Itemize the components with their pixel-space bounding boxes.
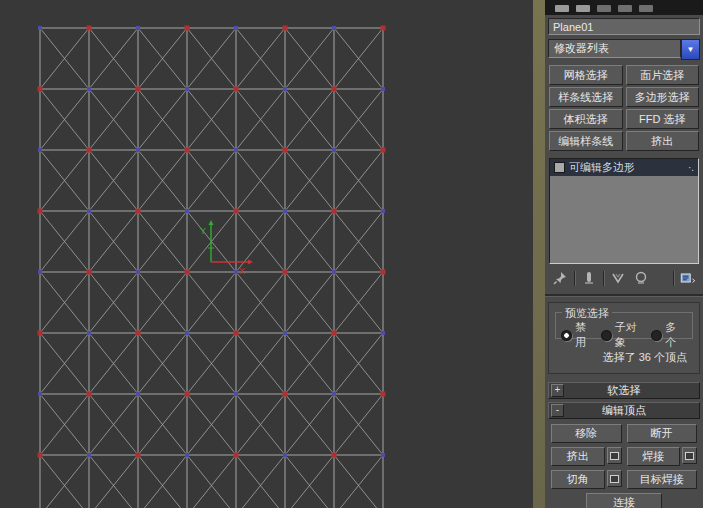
toolbar-divider [574,271,575,286]
extrude-modifier-button[interactable]: 挤出 [626,131,700,151]
configure-modifier-sets-icon[interactable] [679,270,697,286]
spline-select-button[interactable]: 样条线选择 [549,87,623,107]
extrude-button[interactable]: 挤出 [551,447,605,466]
radio-dot-icon[interactable] [651,330,662,341]
stack-item-label: 可编辑多边形 [569,160,635,175]
modifier-button-grid: 网格选择 面片选择 样条线选择 多边形选择 体积选择 FFD 选择 编辑样条线 … [549,65,699,151]
connect-button[interactable]: 连接 [586,493,662,508]
toolbar-divider [603,271,604,286]
weld-settings-button[interactable] [682,447,697,464]
edit-spline-button[interactable]: 编辑样条线 [549,131,623,151]
remove-modifier-icon[interactable] [632,270,650,286]
make-unique-icon[interactable] [609,270,627,286]
collapse-icon[interactable]: - [551,404,564,417]
rollout-edit-vertices[interactable]: - 编辑顶点 [548,402,700,419]
patch-select-button[interactable]: 面片选择 [626,65,700,85]
poly-select-button[interactable]: 多边形选择 [626,87,700,107]
selection-rollout-body: 预览选择 禁用 子对象 多个 选择了 36 个顶点 [548,302,700,374]
modify-tab-icon[interactable] [576,5,590,12]
object-name-row [548,18,700,35]
radio-multi[interactable]: 多个 [651,320,687,350]
mesh-select-button[interactable]: 网格选择 [549,65,623,85]
chevron-down-icon[interactable]: ▼ [681,39,700,60]
radio-dot-icon[interactable] [601,330,612,341]
preview-selection-title: 预览选择 [562,306,612,321]
stack-item-editable-poly[interactable]: 可编辑多边形 ·. [550,159,698,176]
display-tab-icon[interactable] [639,5,653,12]
radio-subobject[interactable]: 子对象 [601,320,648,350]
extrude-settings-button[interactable] [607,447,622,464]
rollout-edit-vertices-label: 编辑顶点 [602,403,646,418]
chamfer-settings-button[interactable] [607,470,622,487]
stack-toolbar [551,268,697,288]
command-panel-tabs[interactable] [545,0,703,15]
modifier-list-row: 修改器列表 ▼ [548,39,700,60]
modifier-stack-list[interactable]: 可编辑多边形 ·. [549,158,699,264]
radio-multi-label: 多个 [665,320,687,350]
modifier-list-dropdown[interactable]: 修改器列表 [548,39,681,58]
chamfer-button[interactable]: 切角 [551,470,605,489]
preview-selection-group: 预览选择 禁用 子对象 多个 [555,312,693,339]
target-weld-button[interactable]: 目标焊接 [627,470,698,489]
ffd-select-button[interactable]: FFD 选择 [626,109,700,129]
motion-tab-icon[interactable] [618,5,632,12]
editable-poly-icon [554,162,565,173]
break-button[interactable]: 断开 [627,424,698,443]
stack-item-handle: ·. [688,164,694,172]
panel-separator [545,294,703,296]
pin-stack-icon[interactable] [551,270,569,286]
svg-text:Y: Y [200,226,206,236]
radio-off[interactable]: 禁用 [561,320,597,350]
weld-button[interactable]: 焊接 [627,447,681,466]
modifier-list-label: 修改器列表 [554,41,609,56]
object-name-field[interactable] [548,18,700,35]
toolbar-divider [673,271,674,286]
radio-dot-icon[interactable] [561,330,572,341]
command-panel: 修改器列表 ▼ 网格选择 面片选择 样条线选择 多边形选择 体积选择 FFD 选… [545,0,703,508]
viewport[interactable]: XY [0,0,533,508]
rollout-soft-selection[interactable]: + 软选择 [548,382,700,399]
remove-button[interactable]: 移除 [551,424,622,443]
svg-text:X: X [239,266,245,276]
radio-off-label: 禁用 [575,320,597,350]
rollout-soft-selection-label: 软选择 [608,383,641,398]
radio-subobject-label: 子对象 [615,320,648,350]
edit-vertices-body: 移除 断开 挤出 焊接 切角 [551,424,697,508]
expand-icon[interactable]: + [551,384,564,397]
create-tab-icon[interactable] [555,5,569,12]
hierarchy-tab-icon[interactable] [597,5,611,12]
editable-poly-wireframe: XY [0,0,533,508]
show-end-result-icon[interactable] [580,270,598,286]
max-window: XY 修改器列表 ▼ 网格选择 面片选择 样条线选择 多边形选择 体积选择 [0,0,703,508]
volume-select-button[interactable]: 体积选择 [549,109,623,129]
